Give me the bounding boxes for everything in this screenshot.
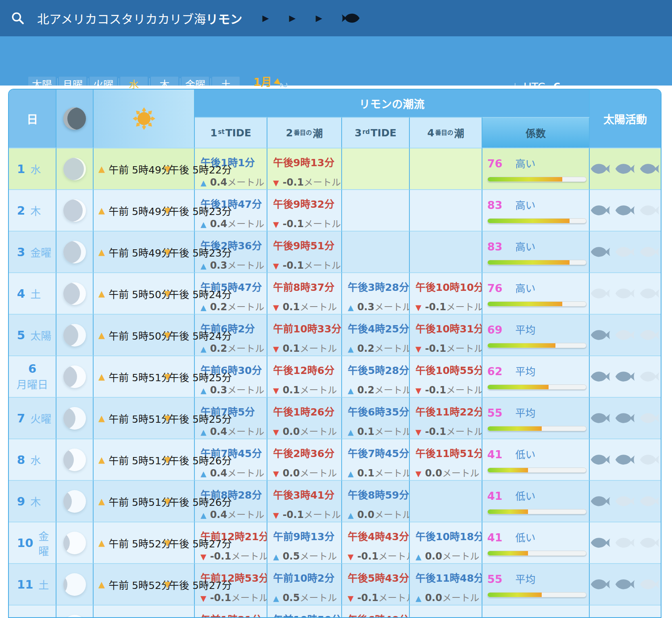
coefficient-bar: [487, 592, 586, 597]
coefficient-cell: 55平均: [482, 563, 590, 605]
tide-time: 午後10時55分: [415, 362, 482, 377]
fish-activity-icon: [615, 328, 636, 342]
tide-time: 午後5時28分: [348, 362, 409, 377]
moon-phase-icon: [63, 449, 86, 471]
tide-height: ▲0.2メートル: [348, 382, 409, 396]
day-number: 10: [17, 536, 33, 550]
tide2-cell: 午後9時51分▼-0.1メートル: [267, 231, 342, 272]
tide3-header: 3rdTIDE: [342, 117, 410, 148]
tide-height: ▼-0.1メートル: [415, 424, 482, 438]
sunset-time: 午後 5時25分: [169, 370, 232, 384]
sunset-icon: ▼: [164, 372, 171, 382]
coefficient-label: 低い: [515, 447, 536, 461]
tide-height: ▲0.0メートル: [415, 590, 482, 604]
day-number: 11: [17, 578, 33, 591]
tide-height: ▲0.3メートル: [200, 258, 267, 271]
day-number: 5: [17, 328, 25, 342]
sun-times-cell: ▲午前 5時49分▼午後 5時22分: [94, 148, 195, 189]
moon-phase-icon: [63, 241, 86, 263]
sunset-icon: ▼: [164, 580, 171, 589]
day-number: 4: [17, 287, 25, 301]
coefficient-cell: 76高い: [482, 272, 590, 314]
fish-icon[interactable]: [341, 11, 360, 25]
breadcrumb-coast[interactable]: カリブ海: [158, 12, 206, 26]
search-icon[interactable]: [10, 11, 25, 25]
sunset-time: 午後 5時26分: [169, 494, 232, 509]
fish-activity-icon: [639, 452, 660, 467]
tide4-cell: 午後11時22分▼-0.1メートル: [410, 397, 482, 438]
coefficient-cell: [482, 605, 590, 618]
weekday-label: 水: [30, 161, 41, 176]
tide-time: 午後5時43分: [348, 570, 409, 585]
tide4-cell: [410, 148, 482, 189]
tide-time: 午後10時10分: [415, 279, 482, 294]
coefficient-label: 高い: [515, 280, 536, 295]
tide-time: 午後11時48分: [415, 570, 482, 585]
day-cell: 8 水: [9, 438, 56, 480]
fish-activity-cell: [590, 355, 661, 397]
breadcrumb: 北アメリカコスタリカカリブ海リモン: [37, 9, 242, 27]
day-number: 3: [17, 245, 25, 259]
tide-height: ▼-0.1メートル: [415, 299, 482, 313]
tide-time: 午後9時51分: [273, 238, 341, 252]
tide-height: ▲0.5メートル: [273, 590, 341, 604]
moon-cell: [56, 148, 94, 189]
tide-height: ▼-0.1メートル: [273, 258, 341, 271]
tide2-cell: 午後2時36分▼0.0メートル: [267, 438, 342, 480]
fish-activity-icon: [639, 369, 660, 384]
sunrise-time: 午前 5時52分: [109, 536, 171, 550]
breadcrumb-location[interactable]: リモン: [206, 12, 242, 26]
tide2-cell: 午後12時6分▼0.1メートル: [267, 355, 342, 397]
sunrise-icon: ▲: [98, 455, 105, 465]
moon-cell: [56, 189, 94, 231]
sunrise-icon: ▲: [98, 580, 105, 589]
tide-height: ▼0.0メートル: [273, 466, 341, 479]
moon-phase-icon: [63, 324, 86, 347]
coefficient-value: 55: [487, 407, 503, 419]
tide-height: ▲0.4メートル: [200, 216, 267, 230]
coefficient-label: 平均: [515, 571, 536, 586]
moon-cell: [56, 605, 94, 618]
sunset-icon: ▼: [164, 289, 171, 299]
fish-activity-icon: [639, 286, 660, 301]
tides-group-header: リモンの潮流: [195, 90, 590, 117]
moon-cell: [56, 480, 94, 522]
sunrise-time: 午前 5時49分: [109, 245, 171, 259]
tide2-cell: 午前10時50分: [267, 605, 342, 618]
fish-activity-icon: [615, 411, 636, 426]
fish-activity-icon: [590, 452, 611, 467]
sunrise-icon: ▲: [98, 330, 105, 340]
sunset-time: 午後 5時23分: [169, 245, 232, 259]
tide-height: ▲0.0メートル: [348, 507, 409, 521]
sun-times-cell: ▲午前 5時51分▼午後 5時25分: [94, 355, 195, 397]
moon-phase-icon: [63, 365, 86, 388]
tide2-cell: 午後1時26分▼0.0メートル: [267, 397, 342, 438]
coefficient-cell: 41低い: [482, 480, 590, 522]
coefficient-bar: [487, 177, 586, 182]
breadcrumb-country[interactable]: コスタリカ: [97, 12, 158, 26]
tide-time: 午前10時33分: [273, 321, 341, 335]
tide-height: ▲0.1メートル: [348, 466, 409, 479]
moon-phase-icon: [63, 490, 86, 513]
tide-time: 午後8時59分: [348, 487, 409, 501]
weekday-label: 金曜: [30, 244, 51, 259]
breadcrumb-continent[interactable]: 北アメリカ: [37, 12, 97, 26]
tide-table-container: 日: [8, 89, 662, 618]
moon-phase-icon: [63, 199, 86, 222]
coefficient-bar: [487, 301, 586, 307]
tide-height: ▼0.0メートル: [273, 424, 341, 438]
sunrise-icon: ▲: [98, 289, 105, 299]
coefficient-cell: 83高い: [482, 189, 590, 231]
tide-time: 午後9時32分: [273, 196, 341, 211]
tide3-cell: [342, 189, 410, 231]
tide4-cell: 午後10時31分▼-0.1メートル: [410, 314, 482, 355]
coefficient-bar: [487, 218, 586, 223]
topbar: 北アメリカコスタリカカリブ海リモン ▶ ▶ ▶: [0, 0, 672, 36]
tide-height: ▼-0.1メートル: [415, 382, 482, 396]
sunrise-icon: ▲: [98, 497, 105, 506]
tide-height: ▼-0.1メートル: [200, 590, 267, 604]
tide2-cell: 午前9時13分▲0.5メートル: [267, 522, 342, 563]
tide3-cell: 午後6時35分▲0.1メートル: [342, 397, 410, 438]
tide-height: ▲0.2メートル: [348, 341, 409, 355]
fish-activity-cell: [590, 605, 661, 618]
